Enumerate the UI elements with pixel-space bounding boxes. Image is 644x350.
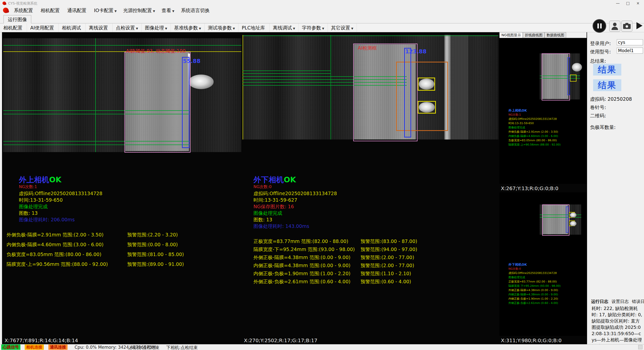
toolbar-item-label: 离线调试 [273,25,292,30]
log-tab[interactable]: 运行日志 [591,299,608,304]
chevron-down-icon: ▼ [115,10,117,13]
minimize-button[interactable]: — [613,0,623,7]
preview-text-line: 正极宽度=83.77mm (82.00 - 88.00) [508,279,586,284]
warning-range-text: 预警范围:(83.00 - 87.00) [361,238,417,245]
measurement-row: 负极宽度=83.05mm 范围:(80.00 - 86.00) 预警范围:(81… [7,251,241,261]
login-user-field[interactable] [617,39,643,45]
measurement-row: 隔膜宽度-上=90.56mm 范围:(88.00 - 92.00) 预警范围:(… [7,261,241,271]
chevron-down-icon: ▼ [351,27,353,30]
reference-overlay-line [243,35,243,139]
toolbar-item[interactable]: 其它设置▼ [328,23,357,32]
measurement-value-text: 内侧正极-隔膜=4.38mm 范围:(0.00 - 9.00) [253,262,350,269]
pause-button[interactable] [593,19,606,33]
close-button[interactable]: × [633,0,643,7]
tab-run-image[interactable]: 运行图像 [4,15,31,24]
measurement-row: 外侧负极-隔膜=2.91mm 范围:(2.00 - 3.50) 预警范围:(2.… [7,232,241,241]
vertical-baseline [331,35,331,139]
time-text: 时间:13-31-59-627 [253,197,297,203]
app-logo-icon [3,7,9,14]
user-button[interactable] [609,21,620,32]
comm-link-badge: 通讯连接 [48,344,68,350]
toolbar-item[interactable]: 图像处理▼ [142,23,171,32]
toolbar-item[interactable]: 测试项参数▼ [205,23,238,32]
upper-cam-check-text: 上相机:点检结束 [128,345,159,350]
lower-camera-status-title: 外下相机OK [253,175,296,185]
menu-item-label: IO卡配置 [94,8,114,13]
toolbar-item[interactable]: AI使用配置 [27,23,59,32]
title-bar: CYS-视觉检测系统 — □ × [0,0,644,7]
preview-text-line: 虚拟码:Offline20250208133134728 [508,271,586,275]
toolbar-item[interactable]: 字符参数▼ [299,23,328,32]
toolbar-item[interactable]: 相机调试 [59,23,86,32]
preview-text-line: 外下相机OK [508,262,586,267]
menu-item[interactable]: 系统语言切换 [178,7,214,14]
toolbar-item[interactable]: 点检设置▼ [113,23,142,32]
electrode-tab-blob [188,75,214,89]
anode-tab-count-label: 负极耳数量: [590,124,616,131]
ai-threshold-overlay: AI静阈值:93, 动态阈值:100 [126,48,186,54]
menu-item[interactable]: 通讯配置 [64,7,91,14]
preview-upper-coords: X:267;Y:13;R:0;G:0;B:0 [501,185,558,191]
camera-button[interactable] [621,21,632,32]
process-time-text: 图像处理耗时: 143.00ms [253,223,309,230]
toolbar-item-label: 相机配置 [3,25,22,30]
log-tab[interactable]: 设置日志 [611,299,629,304]
menu-item-label: 系统配置 [14,8,33,13]
menu-item[interactable]: 查看▼ [158,7,178,14]
ng-view-tab[interactable]: NG视图显示 [499,32,523,38]
baseline-overlay-line [3,45,241,46]
ng-view-tab[interactable]: 折线曲线图 [523,32,544,38]
log-tab[interactable]: 错误日志 [632,299,644,304]
measurement-value-text: 内侧正极-负极=1.90mm 范围:(1.00 - 2.20) [253,270,350,277]
menu-item[interactable]: 相机配置 [37,7,64,14]
cursor-arrow-icon[interactable] [636,22,642,29]
ng-view-tab[interactable]: 数据曲线图 [544,32,566,38]
preview-text-line: NG次数:0 [508,267,586,271]
upper-camera-status-title: 外上相机OK [19,175,61,185]
toolbar-item-label: 离线设置 [89,25,108,30]
measurement-value-text: 外侧负极-隔膜=2.91mm 范围:(2.00 - 3.50) [7,232,104,238]
process-done-text: 图像处理完成 [19,203,48,210]
mini-tab-blob [572,63,582,72]
frame-count-text: 图数: 13 [19,210,38,217]
run-log-text: 耗时: 222, 缺陷检测耗时: 17, 缺陷分类耗时: 0, 缺陷提取分区耗时… [592,305,642,349]
model-field[interactable] [617,48,643,54]
chevron-down-icon: ▼ [136,27,138,30]
measurement-value-text: 外侧正极-负极=2.61mm 范围:(0.60 - 4.00) [253,278,350,285]
toolbar-item[interactable]: PLC地址库 [238,23,269,32]
menu-item-list: 系统配置相机配置通讯配置IO卡配置▼光源控制配置▼查看▼系统语言切换 [11,7,214,14]
toolbar-item[interactable]: 相机配置 [0,23,27,32]
preview-text-line: 隔膜宽度-下=95.24mm (93.00 - 98.00) [508,284,586,288]
virtual-code-text: 虚拟码:Offline20250208133134728 [253,190,337,197]
measurement-row: 内侧正极-隔膜=4.38mm 范围:(0.00 - 9.00) 预警范围:(2.… [253,262,495,270]
preview-text-line: NG次数:1 [508,113,586,117]
camera-icon [623,24,631,29]
mini-detect-box [542,204,569,236]
ok-badge: OK [284,175,296,184]
menu-item[interactable]: IO卡配置▼ [91,7,120,14]
toolbar-item[interactable]: 基准线参数▼ [171,23,205,32]
toolbar-item[interactable]: 离线调试▼ [270,23,299,32]
frame-count-text: 图数: 13 [253,217,272,223]
upper-camera-image[interactable] [3,38,241,152]
camera-name: 外上相机 [19,175,49,184]
toolbar-item[interactable]: 离线设置 [86,23,113,32]
mini-tab-blob [570,213,576,218]
login-user-label: 登录用户: [590,40,611,47]
maximize-button[interactable]: □ [623,0,633,7]
qr-code-label: 二维码: [590,113,606,119]
result-badge-2: 结果 [593,79,621,91]
chevron-down-icon: ▼ [293,27,295,30]
menu-item[interactable]: 光源控制配置▼ [120,7,158,14]
menu-item[interactable]: 系统配置 [11,7,37,14]
process-done-text: 图像处理完成 [253,210,282,217]
baseline-overlay-line [242,36,498,36]
camera-icon-top [625,23,628,24]
result-badge-1: 结果 [593,64,621,76]
preview-text-line: 隔膜宽度-上=90.56mm (88.00 - 92.00) [508,143,586,147]
resize-grip[interactable] [638,345,642,349]
preview-text-line: 内侧正极-隔膜=4.38mm (0.00 - 9.00) [508,292,586,297]
lower-measurement-list: 正极宽度=83.77mm 范围:(82.00 - 88.00) 预警范围:(83… [253,238,495,287]
warning-range-text: 预警范围:(0.60 - 4.00) [361,278,411,285]
toolbar-item-label: 字符参数 [302,25,321,30]
